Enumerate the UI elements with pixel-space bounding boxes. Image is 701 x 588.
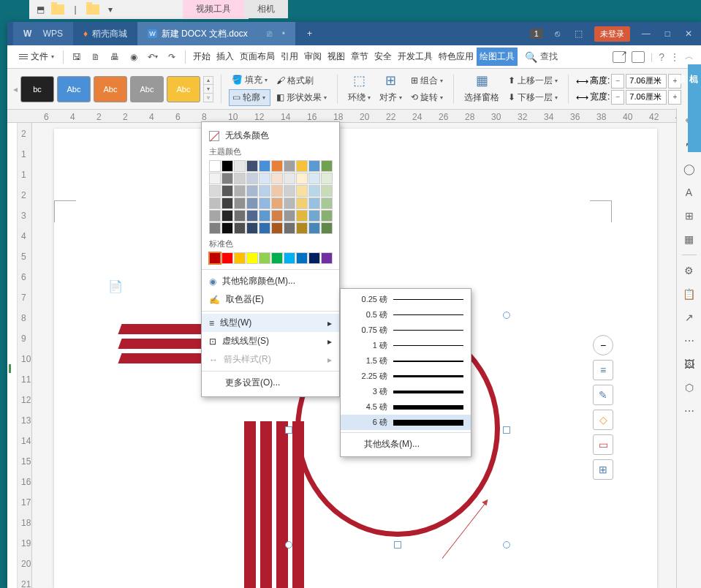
handle-tr[interactable] <box>503 312 510 319</box>
color-swatch[interactable] <box>308 160 320 172</box>
handle-bl[interactable] <box>285 541 292 549</box>
color-swatch[interactable] <box>321 185 333 197</box>
tab-wps[interactable]: W WPS <box>13 22 73 45</box>
style-5[interactable]: Abc <box>167 76 200 102</box>
weight-4.5磅[interactable]: 4.5 磅 <box>341 399 471 415</box>
color-swatch[interactable] <box>271 197 283 209</box>
color-swatch[interactable] <box>234 173 246 184</box>
width-dec[interactable]: − <box>611 90 624 105</box>
side-clipboard-icon[interactable]: 📋 <box>681 286 697 302</box>
float-edit-btn[interactable]: ✎ <box>593 385 613 405</box>
color-swatch[interactable] <box>209 185 221 197</box>
color-swatch[interactable] <box>284 185 295 197</box>
align-button[interactable]: 对齐▾ <box>376 90 405 105</box>
file-menu[interactable]: 文件▾ <box>15 49 58 64</box>
maximize-button[interactable]: □ <box>662 29 673 39</box>
color-swatch[interactable] <box>221 210 233 222</box>
handle-bm[interactable] <box>394 541 401 549</box>
color-swatch[interactable] <box>221 185 233 197</box>
group-button[interactable]: ⊞组合▾ <box>408 73 446 88</box>
color-swatch[interactable] <box>284 197 295 209</box>
color-swatch[interactable] <box>209 252 221 264</box>
color-swatch[interactable] <box>234 210 246 222</box>
side-shield-icon[interactable]: ⬡ <box>681 380 697 396</box>
color-swatch[interactable] <box>296 160 308 172</box>
tab-drawing[interactable]: 绘图工具 <box>477 48 518 66</box>
color-swatch[interactable] <box>259 160 270 172</box>
save-icon[interactable]: 🖫 <box>68 48 86 66</box>
side-settings-icon[interactable]: ⚙ <box>681 263 697 279</box>
weight-3磅[interactable]: 3 磅 <box>341 384 471 399</box>
handle-ml[interactable] <box>285 426 292 434</box>
monitor-icon[interactable]: ⎚ <box>267 29 272 39</box>
ribbon-shape-left[interactable] <box>120 324 212 368</box>
weight-1磅[interactable]: 1 磅 <box>341 338 471 353</box>
color-swatch[interactable] <box>296 222 308 234</box>
redo-icon[interactable]: ↷ <box>163 48 181 66</box>
minimize-button[interactable]: — <box>639 29 653 39</box>
format-painter-button[interactable]: 🖌格式刷 <box>273 73 330 88</box>
color-swatch[interactable] <box>234 197 246 209</box>
handle-br[interactable] <box>503 541 510 549</box>
color-swatch[interactable] <box>321 210 333 222</box>
width-input[interactable] <box>626 90 667 105</box>
weight-0.75磅[interactable]: 0.75 磅 <box>341 323 471 338</box>
color-swatch[interactable] <box>271 210 283 222</box>
style-3[interactable]: Abc <box>94 76 127 102</box>
login-button[interactable]: 未登录 <box>594 26 630 42</box>
cloud-icon[interactable]: ⎋ <box>552 29 563 39</box>
window-icon[interactable] <box>632 51 645 63</box>
color-swatch[interactable] <box>284 160 295 172</box>
handle-mr[interactable] <box>503 426 510 434</box>
style-1[interactable]: bc <box>20 76 54 102</box>
dd-other-color[interactable]: ◉其他轮廓颜色(M)... <box>202 272 339 290</box>
float-layout-btn[interactable]: − <box>593 335 613 355</box>
color-swatch[interactable] <box>209 173 221 184</box>
color-swatch[interactable] <box>271 252 283 264</box>
fill-button[interactable]: 🪣填充▾ <box>229 72 270 88</box>
color-swatch[interactable] <box>209 197 221 209</box>
print-icon[interactable]: 🗎 <box>87 48 105 66</box>
explorer-tab-camera[interactable]: 相机 <box>244 0 288 18</box>
styles-nav[interactable]: ▴▾▿ <box>203 76 213 102</box>
float-outline-btn[interactable]: ▭ <box>593 434 613 455</box>
share-icon[interactable]: ↗ <box>613 51 626 63</box>
collapse-ribbon-icon[interactable]: ︿ <box>685 50 694 63</box>
color-swatch[interactable] <box>271 173 283 184</box>
color-swatch[interactable] <box>321 222 333 234</box>
side-image-icon[interactable]: 🖼 <box>681 356 697 372</box>
side-more-icon[interactable]: ⋯ <box>681 403 697 419</box>
color-swatch[interactable] <box>246 210 258 222</box>
style-4[interactable]: Abc <box>130 76 164 102</box>
color-swatch[interactable] <box>221 173 233 184</box>
color-swatch[interactable] <box>308 173 320 184</box>
color-swatch[interactable] <box>234 252 246 264</box>
color-swatch[interactable] <box>246 222 258 234</box>
tab-devtools[interactable]: 开发工具 <box>395 48 436 66</box>
color-swatch[interactable] <box>259 197 270 209</box>
color-swatch[interactable] <box>296 185 308 197</box>
new-tab-button[interactable]: + <box>295 22 324 45</box>
explorer-tab-video[interactable]: 视频工具 <box>183 0 244 18</box>
side-text-icon[interactable]: A <box>681 184 697 200</box>
print-preview-icon[interactable]: 🖶 <box>106 48 124 66</box>
color-swatch[interactable] <box>209 222 221 234</box>
weight-2.25磅[interactable]: 2.25 磅 <box>341 369 471 384</box>
color-swatch[interactable] <box>221 160 233 172</box>
tab-chapter[interactable]: 章节 <box>348 48 371 66</box>
weight-1.5磅[interactable]: 1.5 磅 <box>341 353 471 369</box>
side-grid-icon[interactable]: ▦ <box>681 231 697 247</box>
height-inc[interactable]: + <box>668 74 681 88</box>
color-swatch[interactable] <box>321 173 333 184</box>
color-swatch[interactable] <box>296 173 308 184</box>
color-swatch[interactable] <box>209 210 221 222</box>
outline-button[interactable]: ▭轮廓▾ <box>229 89 270 106</box>
styles-prev[interactable]: ◂ <box>13 84 18 94</box>
tab-special[interactable]: 特色应用 <box>436 48 477 66</box>
weight-0.5磅[interactable]: 0.5 磅 <box>341 307 471 323</box>
color-swatch[interactable] <box>308 185 320 197</box>
color-swatch[interactable] <box>234 185 246 197</box>
preview-icon[interactable]: ◉ <box>125 48 143 66</box>
color-swatch[interactable] <box>259 222 270 234</box>
side-table-icon[interactable]: ⊞ <box>681 208 697 224</box>
